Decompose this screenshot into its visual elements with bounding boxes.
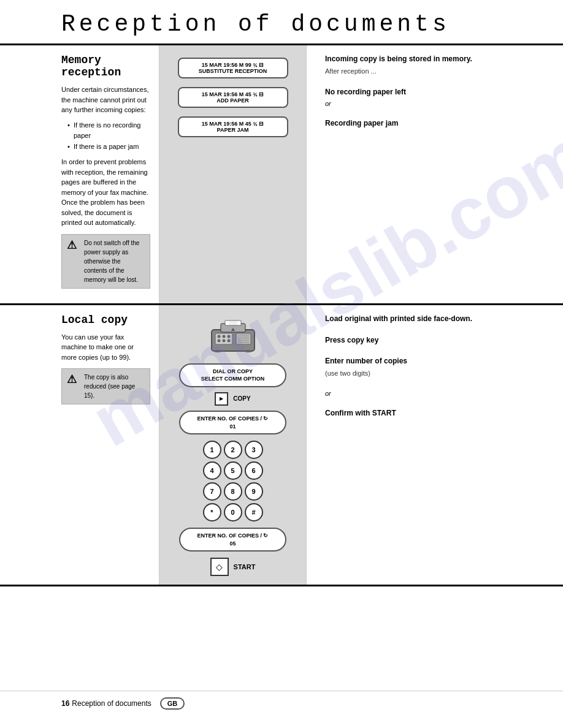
svg-point-11 <box>217 339 220 342</box>
key-4[interactable]: 4 <box>203 461 221 480</box>
right-entry-press-copy: Press copy key <box>325 335 551 346</box>
screen-enter-copies-1: ENTER NO. OF COPIES / ↻ 01 <box>179 411 286 434</box>
svg-point-13 <box>227 339 230 342</box>
local-copy-right: Load original with printed side face-dow… <box>307 305 563 585</box>
screen-substitute-label: SUBSTITUTE RECEPTION <box>186 68 280 74</box>
warning-icon: ⚠ <box>67 238 79 252</box>
enter-copies-1-line1: ENTER NO. OF COPIES / ↻ <box>189 415 277 423</box>
no-paper-title: No recording paper left <box>325 87 551 97</box>
dial-copy-line1: DIAL OR COPY <box>189 368 277 376</box>
key-8[interactable]: 8 <box>224 482 242 501</box>
page-title: Reception of documents <box>0 0 563 45</box>
copy-label: COPY <box>233 395 250 402</box>
footer-page-number: 16 <box>61 699 69 708</box>
screen-paper-jam-label: PAPER JAM <box>186 127 280 133</box>
screen-add-paper-date: 15 MAR 19:56 M 45 ¾ ⊟ <box>186 91 280 97</box>
local-copy-warning-box: ⚠ The copy is also reduced (see page 15)… <box>61 368 150 404</box>
load-original-title: Load original with printed side face-dow… <box>325 314 551 324</box>
memory-reception-title: Memory reception <box>61 54 150 78</box>
key-7[interactable]: 7 <box>203 482 221 501</box>
key-0[interactable]: 0 <box>224 503 242 521</box>
screen-substitute-date: 15 MAR 19:56 M 99 ¾ ⊟ <box>186 62 280 68</box>
key-2[interactable]: 2 <box>224 441 242 459</box>
paper-jam-title: Recording paper jam <box>325 118 551 129</box>
page-footer: 16 Reception of documents GB <box>0 691 563 716</box>
key-9[interactable]: 9 <box>245 482 263 501</box>
or-text: or <box>325 390 551 397</box>
memory-warning-text: Do not switch off the power supply as ot… <box>84 238 145 284</box>
local-copy-warning-text: The copy is also reduced (see page 15). <box>84 373 145 400</box>
screen-paper-jam-date: 15 MAR 19:56 M 45 ¾ ⊟ <box>186 121 280 127</box>
key-6[interactable]: 6 <box>245 461 263 480</box>
bullet-paper-jam: If there is a paper jam <box>67 142 150 153</box>
svg-point-12 <box>222 339 225 342</box>
memory-reception-bullets: If there is no recording paper If there … <box>61 120 150 153</box>
footer-badge: GB <box>160 697 185 710</box>
footer-text: Reception of documents <box>72 699 151 708</box>
start-row: ◇ START <box>210 558 256 576</box>
svg-point-8 <box>217 335 220 338</box>
right-entry-load-original: Load original with printed side face-dow… <box>325 314 551 324</box>
local-copy-intro: You can use your fax machine to make one… <box>61 332 150 363</box>
memory-reception-right: Incoming copy is being stored in memory.… <box>307 45 563 303</box>
screen-dial-copy: DIAL OR COPY SELECT COMM OPTION <box>179 363 286 387</box>
svg-point-10 <box>227 335 230 338</box>
enter-copies-title: Enter number of copies <box>325 356 551 366</box>
page-container: manualslib.com Reception of documents Me… <box>0 0 563 728</box>
memory-warning-box: ⚠ Do not switch off the power supply as … <box>61 234 150 289</box>
enter-copies-sub: (use two digits) <box>325 369 551 378</box>
bullet-no-paper: If there is no recording paper <box>67 120 150 142</box>
screen-paper-jam: 15 MAR 19:56 M 45 ¾ ⊟ PAPER JAM <box>178 116 288 137</box>
fax-machine-icon <box>205 317 261 357</box>
key-star[interactable]: * <box>203 503 221 521</box>
svg-rect-20 <box>215 350 221 352</box>
key-hash[interactable]: # <box>245 503 263 521</box>
no-paper-or: or <box>325 100 551 107</box>
keypad: 1 2 3 4 5 6 7 8 9 * 0 # <box>203 441 263 521</box>
start-label: START <box>234 563 256 571</box>
right-entry-no-paper: No recording paper left or <box>325 87 551 107</box>
right-entry-paper-jam: Recording paper jam <box>325 118 551 129</box>
copy-button-row: ▶ COPY <box>215 392 250 406</box>
memory-reception-middle: 15 MAR 19:56 M 99 ¾ ⊟ SUBSTITUTE RECEPTI… <box>159 45 307 303</box>
right-entry-enter-copies: Enter number of copies (use two digits) <box>325 356 551 378</box>
storing-sub: After reception ... <box>325 67 551 76</box>
screen-substitute: 15 MAR 19:56 M 99 ¾ ⊟ SUBSTITUTE RECEPTI… <box>178 58 288 78</box>
local-copy-section: Local copy You can use your fax machine … <box>0 305 563 587</box>
start-button[interactable]: ◇ <box>210 558 229 576</box>
main-content: Memory reception Under certain circumsta… <box>0 45 563 586</box>
enter-copies-2-line1: ENTER NO. OF COPIES / ↻ <box>189 532 277 540</box>
key-3[interactable]: 3 <box>245 441 263 459</box>
enter-copies-1-line2: 01 <box>189 423 277 431</box>
svg-rect-21 <box>245 350 251 352</box>
key-1[interactable]: 1 <box>203 441 221 459</box>
right-entry-storing: Incoming copy is being stored in memory.… <box>325 54 551 76</box>
screen-add-paper: 15 MAR 19:56 M 45 ¾ ⊟ ADD PAPER <box>178 87 288 108</box>
copy-button[interactable]: ▶ <box>215 392 228 406</box>
copy-btn-icon: ▶ <box>220 396 223 401</box>
svg-point-9 <box>222 335 225 338</box>
local-copy-title: Local copy <box>61 314 150 326</box>
screen-add-paper-label: ADD PAPER <box>186 97 280 104</box>
dial-copy-line2: SELECT COMM OPTION <box>189 375 277 383</box>
key-5[interactable]: 5 <box>224 461 242 480</box>
memory-reception-intro: Under certain circumstances, the machine… <box>61 85 150 115</box>
memory-reception-left: Memory reception Under certain circumsta… <box>0 45 159 303</box>
local-warning-icon: ⚠ <box>67 373 79 386</box>
enter-copies-2-line2: 05 <box>189 540 277 548</box>
local-copy-left: Local copy You can use your fax machine … <box>0 305 159 585</box>
memory-reception-body: In order to prevent problems with recept… <box>61 157 150 228</box>
memory-reception-section: Memory reception Under certain circumsta… <box>0 45 563 305</box>
local-copy-middle: DIAL OR COPY SELECT COMM OPTION ▶ COPY E… <box>159 305 307 585</box>
screen-enter-copies-2: ENTER NO. OF COPIES / ↻ 05 <box>179 528 286 552</box>
confirm-start-title: Confirm with START <box>325 408 551 419</box>
press-copy-title: Press copy key <box>325 335 551 346</box>
right-entry-or: or <box>325 390 551 397</box>
storing-title: Incoming copy is being stored in memory. <box>325 54 551 64</box>
right-entry-confirm-start: Confirm with START <box>325 408 551 419</box>
